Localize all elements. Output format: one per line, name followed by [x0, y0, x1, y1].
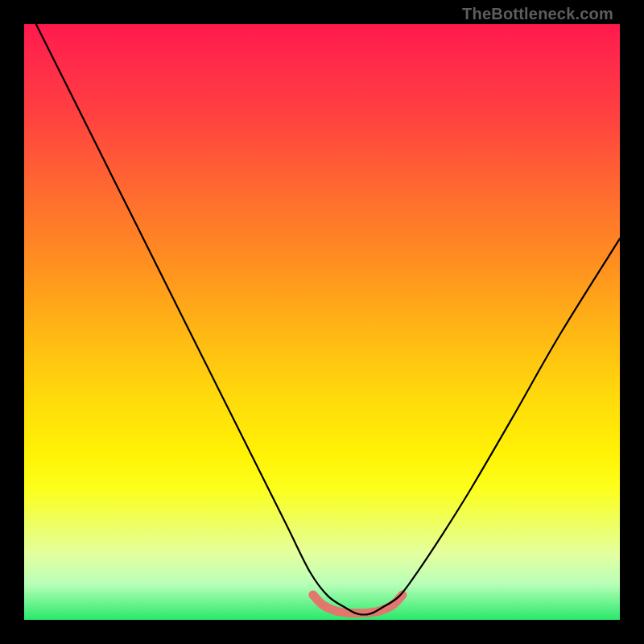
bottleneck-curve-line — [36, 24, 620, 615]
chart-svg — [24, 24, 620, 620]
watermark-text: TheBottleneck.com — [462, 5, 613, 23]
chart-frame: TheBottleneck.com — [0, 0, 644, 644]
plot-area — [24, 24, 620, 620]
